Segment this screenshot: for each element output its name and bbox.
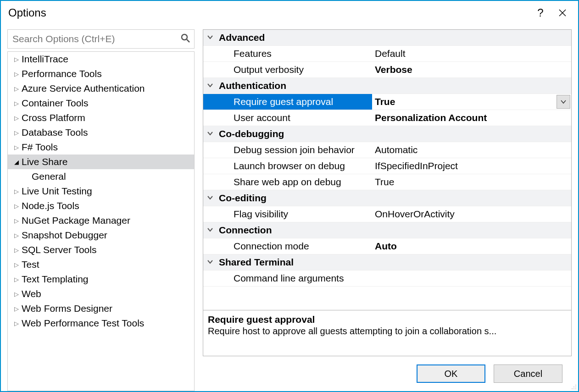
property-value[interactable]: Verbose bbox=[372, 64, 571, 75]
tree-item-label: NuGet Package Manager bbox=[22, 215, 130, 226]
category-row[interactable]: Connection bbox=[203, 222, 571, 238]
svg-point-6 bbox=[575, 386, 576, 387]
description-text: Require host to approve all guests attem… bbox=[208, 326, 567, 337]
options-dialog: Options ? ▷IntelliTrace▷Performance Tool… bbox=[0, 0, 579, 392]
property-row[interactable]: Command line arguments bbox=[203, 271, 571, 287]
tree-item-label: Web bbox=[22, 288, 41, 299]
tree-item[interactable]: ▷Web Performance Test Tools bbox=[8, 316, 194, 331]
cancel-button[interactable]: Cancel bbox=[494, 364, 562, 383]
category-label: Co-debugging bbox=[217, 128, 372, 139]
chevron-down-icon[interactable] bbox=[203, 226, 217, 235]
category-label: Authentication bbox=[217, 80, 372, 91]
property-label: User account bbox=[217, 112, 372, 123]
options-tree[interactable]: ▷IntelliTrace▷Performance Tools▷Azure Se… bbox=[7, 51, 195, 391]
property-value[interactable]: Auto bbox=[372, 241, 571, 252]
collapsed-icon: ▷ bbox=[14, 320, 19, 327]
resize-grip-icon[interactable] bbox=[570, 383, 577, 390]
tree-item-label: F# Tools bbox=[22, 142, 58, 153]
svg-point-8 bbox=[573, 388, 574, 389]
property-row[interactable]: Launch browser on debugIfSpecifiedInProj… bbox=[203, 158, 571, 174]
property-value[interactable]: Default bbox=[372, 48, 571, 59]
property-label: Launch browser on debug bbox=[217, 160, 372, 171]
property-label: Features bbox=[217, 48, 372, 59]
tree-item[interactable]: ▷Snapshot Debugger bbox=[8, 228, 194, 243]
category-row[interactable]: Advanced bbox=[203, 30, 571, 46]
collapsed-icon: ▷ bbox=[14, 85, 19, 92]
tree-item[interactable]: ▷Performance Tools bbox=[8, 66, 194, 81]
tree-item-label: Performance Tools bbox=[22, 68, 102, 79]
tree-item-label: Test bbox=[22, 259, 39, 270]
svg-point-5 bbox=[573, 386, 574, 387]
property-row[interactable]: User accountPersonalization Account bbox=[203, 110, 571, 126]
property-value[interactable]: Automatic bbox=[372, 144, 571, 155]
property-row[interactable]: Require guest approvalTrue bbox=[203, 94, 571, 110]
tree-item-label: General bbox=[32, 171, 66, 182]
tree-item-label: Live Unit Testing bbox=[22, 186, 92, 197]
tree-item-label: Node.js Tools bbox=[22, 200, 79, 211]
property-grid[interactable]: AdvancedFeaturesDefaultOutput verbosityV… bbox=[203, 30, 571, 310]
property-row[interactable]: Output verbosityVerbose bbox=[203, 62, 571, 78]
category-row[interactable]: Co-debugging bbox=[203, 126, 571, 142]
tree-item[interactable]: ▷Live Unit Testing bbox=[8, 184, 194, 199]
collapsed-icon: ▷ bbox=[14, 261, 19, 268]
tree-item[interactable]: ▷Cross Platform bbox=[8, 110, 194, 125]
chevron-down-icon[interactable] bbox=[203, 129, 217, 139]
chevron-down-icon[interactable] bbox=[203, 258, 217, 267]
collapsed-icon: ▷ bbox=[14, 276, 19, 283]
property-value[interactable]: IfSpecifiedInProject bbox=[372, 160, 571, 171]
tree-item[interactable]: General bbox=[8, 169, 194, 184]
chevron-down-icon[interactable] bbox=[203, 33, 217, 43]
tree-item[interactable]: ▷Container Tools bbox=[8, 96, 194, 110]
tree-item-label: IntelliTrace bbox=[22, 54, 68, 65]
category-row[interactable]: Authentication bbox=[203, 78, 571, 94]
property-value[interactable]: True bbox=[372, 96, 557, 107]
expanded-icon: ◢ bbox=[14, 159, 19, 166]
help-icon[interactable]: ? bbox=[529, 5, 551, 21]
property-row[interactable]: Flag visibilityOnHoverOrActivity bbox=[203, 206, 571, 222]
chevron-down-icon[interactable] bbox=[203, 193, 217, 203]
collapsed-icon: ▷ bbox=[14, 115, 19, 121]
tree-item[interactable]: ▷Database Tools bbox=[8, 125, 194, 140]
tree-item[interactable]: ▷IntelliTrace bbox=[8, 52, 194, 66]
property-value[interactable]: Personalization Account bbox=[372, 112, 571, 123]
tree-item[interactable]: ▷F# Tools bbox=[8, 140, 194, 155]
ok-button[interactable]: OK bbox=[417, 364, 485, 383]
tree-item[interactable]: ▷SQL Server Tools bbox=[8, 243, 194, 257]
collapsed-icon: ▷ bbox=[14, 71, 19, 77]
property-row[interactable]: Debug session join behaviorAutomatic bbox=[203, 142, 571, 158]
collapsed-icon: ▷ bbox=[14, 247, 19, 254]
search-input[interactable] bbox=[11, 33, 180, 45]
description-title: Require guest approval bbox=[208, 314, 567, 325]
svg-line-3 bbox=[187, 39, 189, 42]
property-label: Require guest approval bbox=[217, 96, 372, 107]
tree-item[interactable]: ▷Node.js Tools bbox=[8, 199, 194, 213]
tree-item[interactable]: ▷NuGet Package Manager bbox=[8, 213, 194, 228]
tree-item[interactable]: ▷Text Templating bbox=[8, 272, 194, 287]
tree-item[interactable]: ▷Test bbox=[8, 257, 194, 272]
collapsed-icon: ▷ bbox=[14, 203, 19, 210]
tree-item[interactable]: ▷Web bbox=[8, 287, 194, 301]
category-row[interactable]: Co-editing bbox=[203, 190, 571, 206]
dropdown-button[interactable] bbox=[557, 95, 570, 109]
tree-item[interactable]: ▷Azure Service Authentication bbox=[8, 81, 194, 96]
property-row[interactable]: Share web app on debugTrue bbox=[203, 174, 571, 190]
window-title: Options bbox=[8, 6, 529, 19]
tree-item[interactable]: ◢Live Share bbox=[8, 155, 194, 169]
property-row[interactable]: Connection modeAuto bbox=[203, 238, 571, 254]
search-box[interactable] bbox=[7, 29, 195, 49]
property-value[interactable]: True bbox=[372, 177, 571, 188]
collapsed-icon: ▷ bbox=[14, 232, 19, 239]
collapsed-icon: ▷ bbox=[14, 144, 19, 151]
category-row[interactable]: Shared Terminal bbox=[203, 254, 571, 271]
property-value[interactable]: OnHoverOrActivity bbox=[372, 209, 571, 220]
chevron-down-icon[interactable] bbox=[203, 81, 217, 91]
close-icon[interactable] bbox=[551, 5, 573, 21]
collapsed-icon: ▷ bbox=[14, 129, 19, 136]
property-description: Require guest approval Require host to a… bbox=[203, 310, 571, 356]
collapsed-icon: ▷ bbox=[14, 188, 19, 195]
tree-item-label: Azure Service Authentication bbox=[22, 83, 145, 94]
tree-item-label: Snapshot Debugger bbox=[22, 230, 107, 241]
tree-item[interactable]: ▷Web Forms Designer bbox=[8, 301, 194, 316]
property-row[interactable]: FeaturesDefault bbox=[203, 46, 571, 62]
collapsed-icon: ▷ bbox=[14, 56, 19, 63]
